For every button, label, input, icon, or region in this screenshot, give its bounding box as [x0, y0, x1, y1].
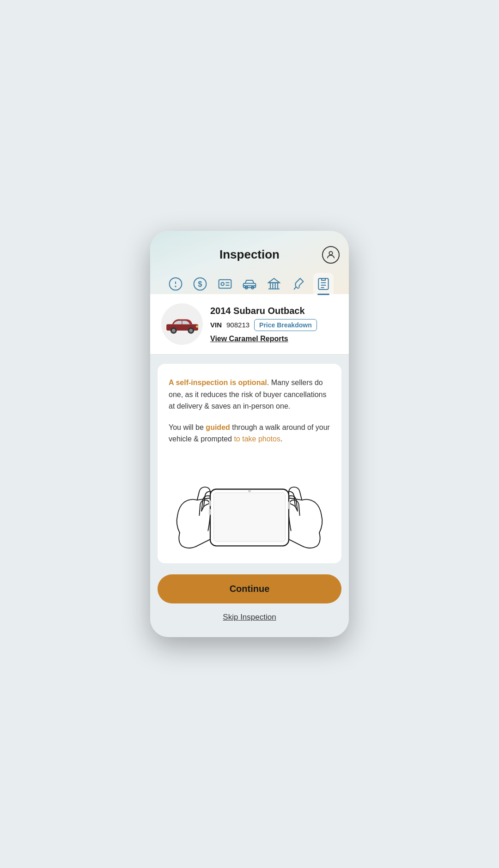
nav-icon-sign[interactable]	[289, 273, 309, 294]
continue-button[interactable]: Continue	[158, 574, 341, 603]
page-title: Inspection	[219, 247, 280, 262]
svg-rect-33	[209, 500, 211, 506]
header-top: Inspection	[159, 240, 340, 267]
phone-illustration	[169, 454, 330, 563]
highlight-optional: A self-inspection is optional	[169, 379, 267, 386]
skip-inspection-link[interactable]: Skip Inspection	[158, 613, 341, 627]
vin-number: 908213	[226, 321, 250, 329]
info-card: A self-inspection is optional. Many sell…	[158, 364, 341, 563]
svg-point-7	[221, 283, 224, 286]
info-text-2-prefix: You will be	[169, 423, 206, 431]
svg-point-28	[189, 329, 193, 332]
svg-point-0	[329, 251, 332, 254]
main-content: A self-inspection is optional. Many sell…	[150, 355, 349, 636]
svg-point-26	[172, 329, 176, 332]
nav-icon-inspection[interactable]	[313, 273, 334, 294]
nav-icon-id[interactable]	[215, 273, 235, 294]
svg-rect-34	[209, 509, 211, 515]
svg-rect-35	[288, 501, 290, 509]
car-details: 2014 Subaru Outback VIN 908213 Price Bre…	[210, 306, 338, 343]
svg-point-29	[195, 325, 198, 327]
svg-rect-31	[214, 493, 286, 542]
info-text-2: You will be guided through a walk around…	[169, 422, 330, 445]
vin-label: VIN	[210, 321, 222, 329]
nav-icon-info[interactable]	[165, 273, 186, 294]
nav-icons: $	[159, 267, 340, 294]
profile-icon[interactable]	[322, 246, 340, 264]
header: Inspection $	[150, 231, 349, 294]
price-breakdown-button[interactable]: Price Breakdown	[254, 319, 317, 331]
nav-icon-car[interactable]	[239, 273, 260, 294]
car-info-section: 2014 Subaru Outback VIN 908213 Price Bre…	[150, 294, 349, 355]
svg-point-3	[175, 286, 176, 287]
info-text-1: A self-inspection is optional. Many sell…	[169, 377, 330, 412]
highlight-guided: guided	[206, 423, 230, 431]
nav-icon-price[interactable]: $	[190, 273, 210, 294]
vin-row: VIN 908213 Price Breakdown	[210, 319, 338, 331]
svg-point-32	[248, 489, 251, 492]
view-reports-link[interactable]: View Caramel Reports	[210, 335, 338, 343]
nav-icon-bank[interactable]	[264, 273, 284, 294]
car-name: 2014 Subaru Outback	[210, 306, 338, 316]
info-text-2-suffix: .	[280, 435, 282, 443]
svg-text:$: $	[198, 280, 202, 288]
car-image	[161, 303, 203, 345]
highlight-photos: to take photos	[234, 435, 280, 443]
phone-frame: Inspection $	[150, 231, 349, 637]
